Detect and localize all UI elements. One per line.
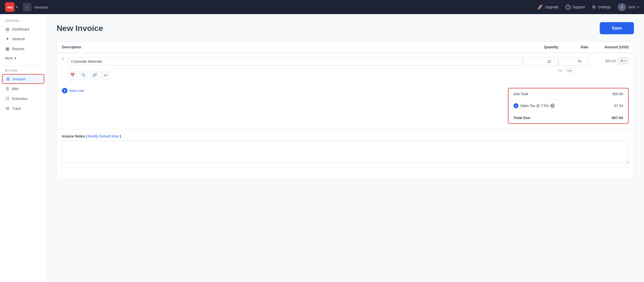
question-icon: ? [566, 5, 571, 10]
sidebar-item-label: Invoices [13, 77, 25, 81]
upgrade-label: Upgrade [545, 5, 558, 9]
subtotal-value: 900.00 [612, 92, 623, 96]
more-menu[interactable]: More ▾ [0, 54, 46, 63]
rate-input[interactable] [558, 57, 588, 66]
amount-value: 900.00 [601, 59, 616, 63]
page-title: New Invoice [57, 24, 103, 33]
description-cell: ⠿ 📅 📎 🔗 [62, 57, 523, 80]
sidebar-item-dashboard[interactable]: ▤ Dashboard [0, 24, 46, 34]
notes-textarea[interactable] [62, 141, 629, 163]
settings-label: Settings [598, 5, 611, 9]
more-label: More [5, 56, 13, 60]
user-menu[interactable]: J John ▾ [618, 3, 639, 11]
support-label: Support [573, 5, 585, 9]
quantity-cell [523, 57, 558, 66]
new-line-totals-row: + New Line Sub Total 900.00 + Sales Tax … [57, 84, 634, 129]
col-description: Description [62, 45, 523, 49]
notes-label: Invoice Notes ( Modify Default Note ) [62, 134, 629, 138]
bottom-section [57, 167, 634, 180]
logo-badge: dnp [5, 2, 15, 12]
toolbar-row: 📅 📎 🔗 🏷 [68, 68, 523, 80]
new-line-area: + New Line [62, 88, 503, 93]
topbar-page-title: Invoices [34, 5, 48, 9]
line-gear-button[interactable]: ⚙ ▾ [618, 57, 629, 64]
col-amount: Amount (USD) [588, 45, 629, 49]
sidebar-item-network[interactable]: ✦ Network [0, 34, 46, 44]
topbar-actions: 🚀 Upgrade ? Support ⚙ Settings J John ▾ [537, 3, 639, 11]
rocket-icon: 🚀 [537, 4, 543, 10]
calendar-icon: 📅 [70, 73, 75, 77]
sidebar-divider [0, 66, 46, 66]
tax-value: 67.50 [614, 104, 623, 108]
sidebar-item-label: Estimates [12, 97, 27, 101]
notes-section: Invoice Notes ( Modify Default Note ) [57, 129, 634, 167]
link-button[interactable]: 🔗 [90, 70, 99, 80]
col-rate: Rate [558, 45, 588, 49]
invoice-header-row: Description Quantity Rate Amount (USD) [57, 42, 634, 53]
remove-tax-button[interactable]: × [550, 103, 555, 108]
new-line-button[interactable]: + New Line [62, 88, 84, 93]
general-section-label: GENERAL [0, 19, 46, 24]
modify-default-note-link[interactable]: Modify Default Note [88, 134, 119, 138]
back-button[interactable]: ‹ [23, 3, 31, 11]
per-label: Per [558, 69, 563, 73]
user-name: John [628, 5, 635, 9]
logo-chevron-icon[interactable]: ▾ [16, 5, 18, 9]
topbar: dnp ▾ ‹ Invoices 🚀 Upgrade ? Support ⚙ S… [0, 0, 644, 14]
sidebar-item-bills[interactable]: ☰ Bills [0, 84, 46, 94]
bills-icon: ☰ [5, 86, 10, 91]
add-tax-icon[interactable]: + [513, 103, 518, 108]
sidebar-item-label: Bills [12, 87, 19, 91]
estimates-icon: ☷ [5, 96, 10, 101]
network-icon: ✦ [5, 37, 10, 41]
sidebar-item-estimates[interactable]: ☷ Estimates [0, 94, 46, 103]
support-button[interactable]: ? Support [566, 5, 585, 10]
sidebar-item-track[interactable]: ⊟ Track [0, 103, 46, 113]
calendar-button[interactable]: 📅 [68, 70, 77, 80]
total-due-row: Total Due 967.50 [508, 112, 628, 123]
invoice-line-row: ⠿ 📅 📎 🔗 [57, 53, 634, 84]
sidebar-item-label: Track [12, 107, 21, 111]
total-value: 967.50 [612, 116, 623, 120]
totals-box: Sub Total 900.00 + Sales Tax @ 7.5% × 67… [508, 88, 629, 124]
drag-handle-icon[interactable]: ⠿ [62, 57, 64, 61]
track-icon: ⊟ [5, 106, 10, 111]
total-label: Total Due [513, 116, 530, 120]
tax-label: Sales Tax @ 7.5% [520, 104, 549, 108]
user-chevron-icon: ▾ [637, 5, 639, 9]
billing-section-label: BILLING [0, 69, 46, 74]
subtotal-label: Sub Total [513, 92, 528, 96]
tax-row: + Sales Tax @ 7.5% × 67.50 [508, 100, 628, 112]
main-layout: GENERAL ▤ Dashboard ✦ Network ▦ Reports … [0, 14, 644, 282]
tax-label-group: + Sales Tax @ 7.5% × [513, 103, 555, 108]
settings-button[interactable]: ⚙ Settings [592, 4, 611, 10]
settings-gear-icon: ⚙ [592, 4, 596, 10]
description-input[interactable] [68, 57, 523, 66]
avatar: J [618, 3, 626, 11]
dashboard-icon: ▤ [5, 27, 10, 31]
description-inner: 📅 📎 🔗 🏷 [68, 57, 523, 80]
plus-circle-icon: + [62, 88, 67, 93]
more-chevron-icon: ▾ [15, 56, 16, 60]
content-area: New Invoice Save Description Quantity Ra… [47, 14, 644, 282]
sidebar-item-label: Network [12, 37, 25, 41]
invoices-icon: ⊞ [6, 77, 10, 81]
sidebar-item-invoices[interactable]: ⊞ Invoices [2, 74, 44, 84]
gear-dropdown-icon: ▾ [625, 59, 626, 62]
per-unit-row: Per [558, 68, 588, 74]
logo-area: dnp ▾ [5, 2, 18, 12]
quantity-input[interactable] [523, 57, 558, 66]
tag-icon: 🏷 [104, 73, 108, 77]
paperclip-button[interactable]: 📎 [79, 70, 88, 80]
upgrade-button[interactable]: 🚀 Upgrade [537, 4, 558, 10]
subtotal-row: Sub Total 900.00 [508, 88, 628, 100]
sidebar-item-label: Reports [12, 47, 24, 51]
gear-icon: ⚙ [621, 59, 624, 63]
sidebar-item-reports[interactable]: ▦ Reports [0, 44, 46, 54]
tag-button[interactable]: 🏷 [101, 70, 110, 80]
page-header: New Invoice Save [57, 22, 634, 34]
unit-input[interactable] [565, 68, 580, 74]
reports-icon: ▦ [5, 46, 10, 51]
new-line-label: New Line [69, 89, 84, 93]
save-button[interactable]: Save [600, 22, 634, 34]
